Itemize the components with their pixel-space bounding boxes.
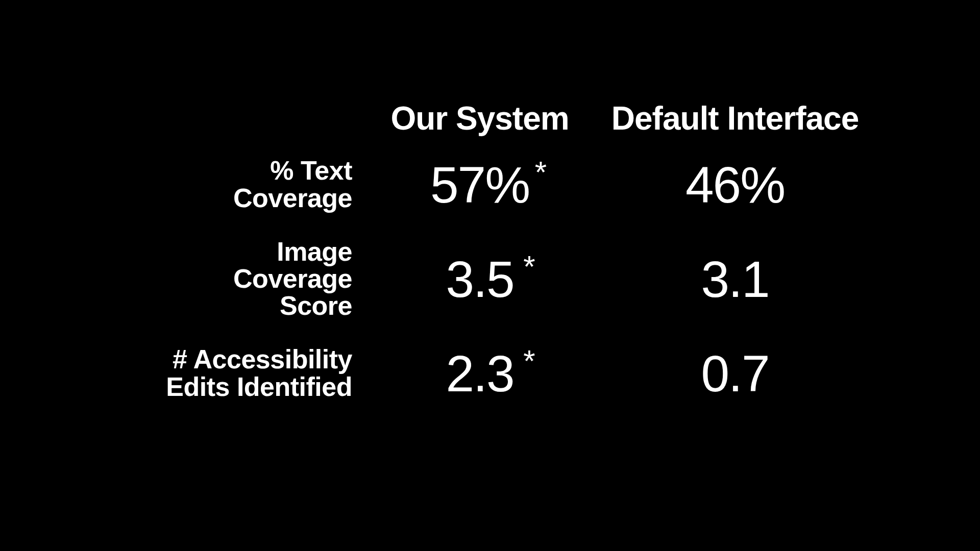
value-our-system-accessibility-edits: 2.3 [446, 348, 513, 399]
value-cell: 0.7 [607, 326, 863, 420]
value-cell: 3.1 [607, 232, 863, 326]
row-label-text-coverage: % TextCoverage [117, 137, 352, 232]
value-default-image-coverage: 3.1 [701, 254, 769, 305]
header-blank [117, 99, 352, 137]
value-our-system-text-coverage: 57% [430, 159, 529, 210]
value-cell: 57% [352, 137, 607, 232]
row-label-accessibility-edits: # AccessibilityEdits Identified [117, 326, 352, 420]
table-row: ImageCoverageScore 3.5 3.1 [117, 232, 863, 326]
value-default-text-coverage: 46% [685, 159, 785, 210]
header-default-interface: Default Interface [607, 99, 863, 137]
value-cell: 46% [607, 137, 863, 232]
value-default-accessibility-edits: 0.7 [701, 348, 769, 399]
table-row: # AccessibilityEdits Identified 2.3 0.7 [117, 326, 863, 420]
slide: Our System Default Interface % TextCover… [0, 0, 980, 551]
table-row: % TextCoverage 57% 46% [117, 137, 863, 232]
row-label-image-coverage: ImageCoverageScore [117, 232, 352, 326]
value-cell: 2.3 [352, 326, 607, 420]
value-cell: 3.5 [352, 232, 607, 326]
value-our-system-image-coverage: 3.5 [446, 254, 513, 305]
table-header-row: Our System Default Interface [117, 99, 863, 137]
header-our-system: Our System [352, 99, 607, 137]
comparison-table: Our System Default Interface % TextCover… [117, 99, 863, 420]
